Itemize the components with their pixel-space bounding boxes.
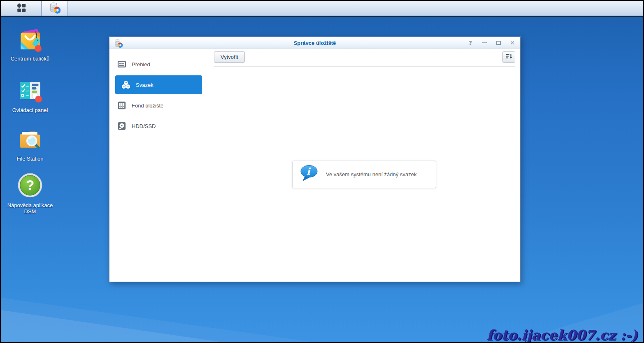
main-menu-button[interactable]	[1, 1, 42, 16]
dsm-help-icon: ?	[16, 172, 44, 199]
control-panel-icon	[16, 77, 44, 104]
desktop-icon-label: Nápověda aplikace DSM	[3, 202, 57, 215]
file-station-icon	[16, 126, 44, 153]
close-button[interactable]: ✕	[509, 40, 515, 46]
sidebar-item-prehled[interactable]: Přehled	[109, 54, 208, 75]
screen: Centrum balíčků	[0, 0, 644, 343]
content-main: i Ve vašem systému není žádný svazek	[208, 67, 520, 282]
package-center-icon	[16, 26, 44, 53]
minimize-icon	[482, 42, 487, 43]
storage-pool-icon	[117, 101, 126, 110]
sidebar-item-svazek[interactable]: Svazek	[115, 75, 202, 94]
desktop-icon-file-station[interactable]: File Station	[3, 126, 57, 162]
hdd-ssd-icon	[117, 121, 126, 131]
sidebar-item-label: HDD/SSD	[132, 123, 156, 129]
svg-text:?: ?	[26, 177, 34, 193]
desktop-icon-package-center[interactable]: Centrum balíčků	[3, 26, 57, 62]
overview-icon	[117, 60, 126, 69]
toolbar: Vytvořit	[214, 50, 515, 67]
taskbar	[1, 1, 643, 16]
watermark-text: foto.ijacek007.cz :-)	[487, 327, 637, 342]
window-body: Přehled Svazek	[109, 50, 520, 282]
message-text: Ve vašem systému není žádný svazek	[326, 171, 416, 177]
desktop-icon-label: Ovládací panel	[3, 107, 57, 113]
storage-manager-icon	[49, 2, 60, 15]
empty-volume-message: i Ve vašem systému není žádný svazek	[292, 161, 436, 188]
create-button[interactable]: Vytvořit	[214, 51, 245, 63]
sidebar-item-label: Fond úložiště	[132, 103, 163, 109]
sidebar-item-fond-uloziste[interactable]: Fond úložiště	[109, 95, 208, 116]
info-bubble-icon: i	[299, 165, 319, 184]
minimize-button[interactable]	[481, 40, 487, 46]
maximize-icon	[496, 41, 501, 45]
window-titlebar[interactable]: Správce úložiště ? ✕	[109, 36, 520, 49]
taskbar-storage-manager-button[interactable]	[42, 1, 67, 16]
window-title: Správce úložiště	[109, 40, 520, 46]
desktop-root: Centrum balíčků	[1, 1, 643, 342]
volume-cubes-icon	[121, 80, 130, 89]
desktop-icon-control-panel[interactable]: Ovládací panel	[3, 77, 57, 113]
desktop-icon-label: Centrum balíčků	[3, 56, 57, 62]
sidebar-item-label: Přehled	[132, 61, 150, 68]
apps-grid-icon	[16, 2, 27, 14]
sort-descending-icon	[505, 53, 513, 61]
maximize-button[interactable]	[495, 40, 501, 46]
window-controls: ? ✕	[467, 37, 515, 49]
storage-manager-icon	[114, 39, 123, 48]
help-button[interactable]: ?	[467, 40, 473, 46]
content-panel: Vytvořit	[208, 50, 520, 282]
desktop-icon-dsm-help[interactable]: ? Nápověda aplikace DSM	[3, 172, 57, 215]
desktop-icon-label: File Station	[3, 156, 57, 162]
sidebar-item-hdd-ssd[interactable]: HDD/SSD	[109, 116, 208, 136]
sidebar: Přehled Svazek	[109, 50, 208, 282]
storage-manager-window: Správce úložiště ? ✕	[109, 36, 521, 282]
sidebar-item-label: Svazek	[136, 82, 153, 88]
sort-button[interactable]	[502, 51, 515, 63]
